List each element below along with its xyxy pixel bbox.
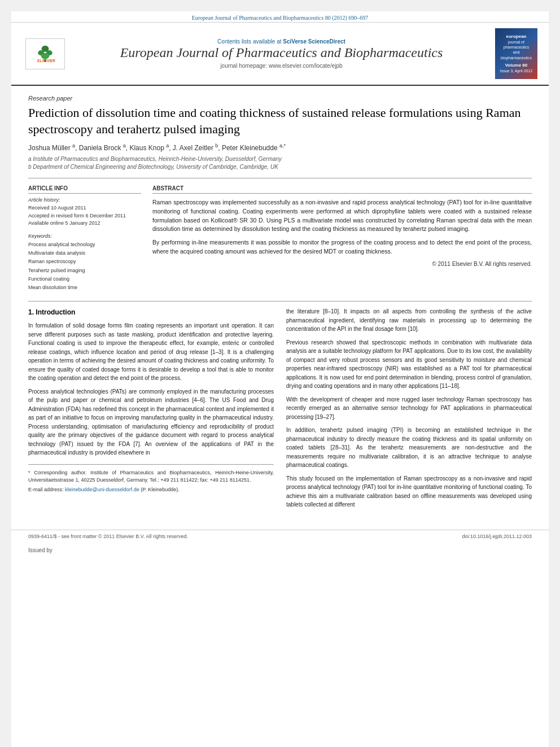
journal-homepage: journal homepage: www.elsevier.com/locat… — [75, 63, 488, 69]
email-suffix: (P. Kleinebudde). — [141, 487, 179, 492]
page: European Journal of Pharmaceutics and Bi… — [11, 11, 549, 747]
article-info-panel: ARTICLE INFO Article history: Received 1… — [28, 185, 141, 292]
intro-para2: Process analytical technologies (PATs) a… — [28, 387, 274, 457]
article-title: Prediction of dissolution time and coati… — [28, 105, 532, 137]
keyword-3: Raman spectroscopy — [28, 257, 141, 266]
footnote-corresponding: * Corresponding author. Institute of Pha… — [28, 469, 274, 484]
abstract-title: ABSTRACT — [152, 185, 532, 194]
right-para3: With the development of cheaper and more… — [286, 395, 532, 422]
bottom-bar: 0939-6411/$ - see front matter © 2011 El… — [11, 530, 549, 543]
sciverse-link: Contents lists available at SciVerse Sci… — [75, 38, 488, 45]
journal-thumbnail: european journal of pharmaceutics and bi… — [495, 28, 537, 79]
affiliations: a Institute of Pharmaceutics and Biophar… — [28, 155, 532, 171]
right-para5: This study focused on the implementation… — [286, 474, 532, 509]
article-type: Research paper — [28, 95, 532, 102]
issn-text: 0939-6411/$ - see front matter © 2011 El… — [28, 534, 188, 539]
affiliation-b: b Department of Chemical Engineering and… — [28, 163, 532, 171]
email-link[interactable]: kleinebudde@uni-duesseldorf.de — [65, 487, 139, 492]
issued-by-label: Issued by — [28, 547, 53, 553]
authors-text: Joshua Müller a, Daniela Brock a, Klaus … — [28, 144, 286, 152]
main-content: Research paper Prediction of dissolution… — [11, 86, 549, 525]
article-info-title: ARTICLE INFO — [28, 185, 141, 194]
body-divider — [28, 301, 532, 302]
keyword-2: Multivariate data analysis — [28, 249, 141, 257]
available-date: Available online 5 January 2012 — [28, 220, 141, 228]
intro-para1: In formulation of solid dosage forms fil… — [28, 321, 274, 383]
email-label: E-mail address: — [28, 487, 64, 492]
footnote-email: E-mail address: kleinebudde@uni-duesseld… — [28, 486, 274, 494]
journal-center: Contents lists available at SciVerse Sci… — [75, 38, 488, 69]
keyword-6: Mean dissolution time — [28, 283, 141, 292]
elsevier-tree-icon: ELSEVIER — [34, 45, 56, 63]
doi-text: doi:10.1016/j.ejpb.2011.12.003 — [462, 534, 532, 539]
right-para4: In addition, terahertz pulsed imaging (T… — [286, 426, 532, 470]
body-left-col: 1. Introduction In formulation of solid … — [28, 307, 274, 514]
abstract-text: Raman spectroscopy was implemented succe… — [152, 198, 532, 256]
footnote-area: * Corresponding author. Institute of Pha… — [28, 464, 274, 494]
copyright-text: © 2011 Elsevier B.V. All rights reserved… — [152, 261, 532, 267]
abstract-para2: By performing in-line measurements it wa… — [152, 238, 532, 256]
journal-title: European Journal of Pharmaceutics and Bi… — [75, 45, 488, 61]
info-abstract-section: ARTICLE INFO Article history: Received 1… — [28, 178, 532, 292]
abstract-panel: ABSTRACT Raman spectroscopy was implemen… — [152, 185, 532, 292]
svg-point-3 — [41, 53, 50, 59]
elsevier-logo: ELSEVIER — [23, 38, 68, 69]
journal-ref-text: European Journal of Pharmaceutics and Bi… — [192, 15, 369, 21]
right-para1: the literature [8–10]. It impacts on all… — [286, 307, 532, 334]
journal-header: ELSEVIER Contents lists available at Sci… — [11, 23, 549, 86]
body-columns: 1. Introduction In formulation of solid … — [28, 307, 532, 514]
keyword-5: Functional coating — [28, 275, 141, 283]
journal-reference-bar: European Journal of Pharmaceutics and Bi… — [11, 11, 549, 23]
keywords-title: Keywords: — [28, 233, 141, 239]
authors: Joshua Müller a, Daniela Brock a, Klaus … — [28, 143, 532, 152]
history-title: Article history: — [28, 197, 141, 203]
issued-by-section: Issued by — [11, 543, 549, 558]
abstract-para1: Raman spectroscopy was implemented succe… — [152, 198, 532, 234]
body-right-col: the literature [8–10]. It impacts on all… — [286, 307, 532, 514]
right-para2: Previous research showed that spectrosco… — [286, 338, 532, 391]
affiliation-a: a Institute of Pharmaceutics and Biophar… — [28, 155, 532, 163]
svg-text:ELSEVIER: ELSEVIER — [37, 59, 55, 63]
homepage-label: journal homepage: www.elsevier.com/locat… — [220, 63, 342, 69]
keyword-4: Terahertz pulsed imaging — [28, 267, 141, 275]
accepted-date: Accepted in revised form 6 December 2011 — [28, 212, 141, 220]
keyword-1: Process analytical technology — [28, 241, 141, 249]
intro-title: 1. Introduction — [28, 307, 274, 318]
received-date: Received 10 August 2011 — [28, 204, 141, 212]
